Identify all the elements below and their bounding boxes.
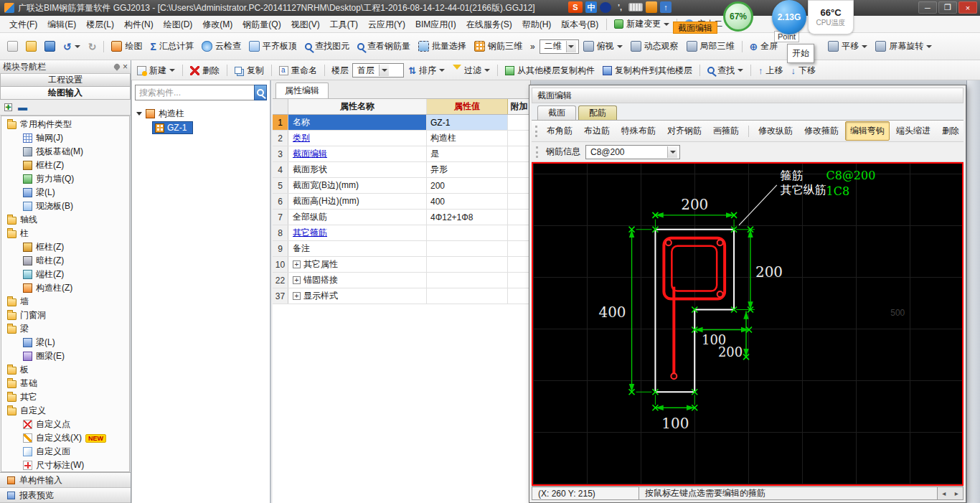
cpu-temp-badge[interactable]: 66°C CPU温度 xyxy=(808,0,854,34)
tab-property-editor[interactable]: 属性编辑 xyxy=(275,83,329,98)
component-group-constructional-column[interactable]: 构造柱 xyxy=(133,106,268,121)
new-change-button[interactable]: 新建变更 xyxy=(610,18,674,30)
property-value[interactable]: GZ-1 xyxy=(427,115,508,130)
tree-item-custom-line[interactable]: 自定义线(X)NEW xyxy=(1,431,129,445)
up-arrow-icon[interactable]: ↑ xyxy=(660,1,672,13)
tree-item-end-column[interactable]: 端柱(Z) xyxy=(1,268,129,281)
tree-item-cast-slab[interactable]: 现浇板(B) xyxy=(1,199,129,213)
property-extra[interactable] xyxy=(508,115,530,130)
filter-button[interactable]: 过滤 xyxy=(449,62,494,80)
more-tools-chevron[interactable]: » xyxy=(527,39,539,55)
tree-folder-slab[interactable]: 板 xyxy=(1,363,129,377)
property-extra[interactable] xyxy=(508,225,530,240)
property-row[interactable]: 3 截面编辑 是 xyxy=(273,146,530,162)
property-row[interactable]: 7 全部纵筋 4Φ12+1Φ8 xyxy=(273,210,530,225)
view-mode-combo[interactable]: 二维 xyxy=(540,39,579,54)
rebar-3d-button[interactable]: 钢筋三维 xyxy=(471,37,526,55)
modify-stirrup-button[interactable]: 修改箍筋 xyxy=(799,121,844,141)
property-value[interactable]: 是 xyxy=(427,146,508,161)
toolbox-icon[interactable] xyxy=(646,1,657,13)
orbit-button[interactable]: 动态观察 xyxy=(627,37,682,55)
align-slab-top-button[interactable]: 平齐板顶 xyxy=(245,37,301,55)
main-view-scrollbar[interactable] xyxy=(966,80,980,503)
delete-component-button[interactable]: 删除 xyxy=(187,62,223,80)
memory-badge[interactable]: 2.13G xyxy=(772,0,806,34)
property-row[interactable]: 22 +锚固搭接 xyxy=(273,273,530,288)
property-row[interactable]: 8 其它箍筋 xyxy=(273,225,530,241)
find-element-button[interactable]: 查找图元 xyxy=(301,37,353,55)
copy-to-floor-button[interactable]: 复制构件到其他楼层 xyxy=(599,62,696,80)
menu-item[interactable]: 工具(T) xyxy=(325,17,363,32)
tree-item-frame-column[interactable]: 框柱(Z) xyxy=(1,240,129,254)
property-row[interactable]: 4 截面形状 异形 xyxy=(273,162,530,178)
property-value-header[interactable]: 属性值 xyxy=(427,99,508,114)
language-icon[interactable]: 中 xyxy=(585,1,597,13)
moon-mode-icon[interactable] xyxy=(600,2,611,13)
align-rebar-button[interactable]: 对齐钢筋 xyxy=(662,121,707,141)
draw-button[interactable]: 绘图 xyxy=(108,37,146,55)
collapse-all-icon[interactable]: ▬ xyxy=(18,102,27,113)
close-icon[interactable]: × xyxy=(123,63,128,70)
property-extra[interactable] xyxy=(508,273,530,288)
menu-item[interactable]: 楼层(L) xyxy=(81,17,119,32)
edge-bar-button[interactable]: 布边筋 xyxy=(579,121,615,141)
find-component-button[interactable]: 查找 xyxy=(704,62,747,80)
property-row[interactable]: 2 类别 构造柱 xyxy=(273,131,530,146)
tree-folder-axis[interactable]: 轴线 xyxy=(1,213,129,227)
tab-section[interactable]: 截面 xyxy=(537,105,576,120)
expand-icon[interactable]: + xyxy=(293,260,301,268)
move-up-button[interactable]: ↑上移 xyxy=(755,62,787,80)
tree-folder-custom[interactable]: 自定义 xyxy=(1,404,129,418)
property-row[interactable]: 37 +显示样式 xyxy=(273,288,530,304)
rename-button[interactable]: 重命名 xyxy=(275,62,321,80)
keyboard-icon[interactable] xyxy=(628,3,643,11)
menu-item[interactable]: 绘图(D) xyxy=(159,17,198,32)
screen-rotate-button[interactable]: 屏幕旋转 xyxy=(872,37,936,55)
menu-item[interactable]: BIM应用(I) xyxy=(410,17,461,32)
tab-rebar-layout[interactable]: 配筋 xyxy=(578,105,617,120)
property-row[interactable]: 5 截面宽(B边)(mm) 200 xyxy=(273,178,530,194)
tree-folder-foundation[interactable]: 基础 xyxy=(1,377,129,390)
property-value[interactable] xyxy=(427,288,508,304)
tab-draw-input[interactable]: 绘图输入 xyxy=(0,87,131,100)
tab-project-settings[interactable]: 工程设置 xyxy=(0,74,131,87)
rebar-info-combo[interactable]: C8@200 xyxy=(585,145,680,159)
scroll-left-icon[interactable]: ◂ xyxy=(942,489,946,497)
property-row[interactable]: 6 截面高(H边)(mm) 400 xyxy=(273,194,530,210)
menu-item[interactable]: 文件(F) xyxy=(4,17,42,32)
menu-item[interactable]: 在线服务(S) xyxy=(461,17,517,32)
single-component-input-bar[interactable]: 单构件输入 xyxy=(0,473,131,488)
save-button[interactable] xyxy=(41,38,59,55)
move-down-button[interactable]: ↓下移 xyxy=(787,62,819,80)
dialog-title-bar[interactable]: 截面编辑 xyxy=(532,88,963,103)
scroll-arrows[interactable]: ◂▸ xyxy=(938,486,963,500)
new-file-button[interactable] xyxy=(4,38,22,55)
tree-folder-column[interactable]: 柱 xyxy=(1,227,129,240)
tree-folder-wall[interactable]: 墙 xyxy=(1,295,129,309)
sogou-ime-icon[interactable]: S xyxy=(568,1,583,13)
menu-item[interactable]: 修改(M) xyxy=(197,17,237,32)
tree-item-beam[interactable]: 梁(L) xyxy=(1,336,129,349)
cpu-usage-badge[interactable]: 67% xyxy=(723,1,753,32)
end-inset-button[interactable]: 端头缩进 xyxy=(891,121,936,141)
minimize-button[interactable]: ─ xyxy=(918,1,937,14)
tree-folder-common-types[interactable]: 常用构件类型 xyxy=(1,118,129,131)
property-value[interactable] xyxy=(427,241,508,256)
property-extra[interactable] xyxy=(508,194,530,209)
tree-item-beam[interactable]: 梁(L) xyxy=(1,186,129,199)
corner-bar-button[interactable]: 布角筋 xyxy=(542,121,578,141)
property-value[interactable]: 200 xyxy=(427,178,508,193)
special-bar-button[interactable]: 特殊布筋 xyxy=(616,121,661,141)
tree-folder-other[interactable]: 其它 xyxy=(1,390,129,404)
property-value[interactable] xyxy=(427,273,508,288)
tree-item-shear-wall[interactable]: 剪力墙(Q) xyxy=(1,172,129,186)
property-extra[interactable] xyxy=(508,257,530,272)
summary-calc-button[interactable]: Σ汇总计算 xyxy=(146,37,197,55)
property-row[interactable]: 9 备注 xyxy=(273,241,530,257)
edit-hook-button[interactable]: 编辑弯钩 xyxy=(845,121,890,141)
menu-item[interactable]: 视图(V) xyxy=(286,17,325,32)
property-extra[interactable] xyxy=(508,146,530,161)
top-view-button[interactable]: 俯视 xyxy=(580,37,626,55)
tree-item-hidden-column[interactable]: 暗柱(Z) xyxy=(1,254,129,268)
tree-item-custom-face[interactable]: 自定义面 xyxy=(1,445,129,459)
